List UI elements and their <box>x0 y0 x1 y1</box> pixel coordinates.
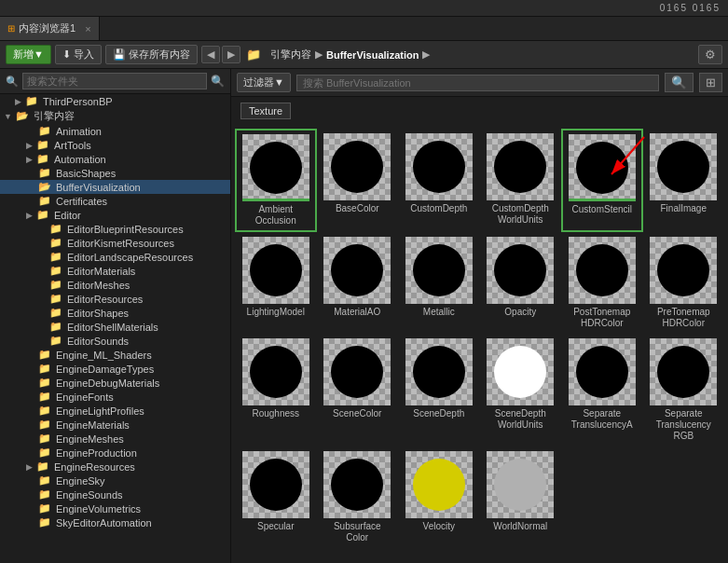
asset-item-SeparateTranslucencyA[interactable]: Separate TranslucencyA <box>561 334 643 446</box>
sidebar-item-EditorShapes[interactable]: 📁EditorShapes <box>0 306 230 320</box>
sidebar-item-EngineFonts[interactable]: 📁EngineFonts <box>0 390 230 404</box>
sidebar-item-EngineDamageTypes[interactable]: 📁EngineDamageTypes <box>0 362 230 376</box>
asset-label-SeparateTranslucencyA: Separate TranslucencyA <box>571 408 633 431</box>
asset-item-LightingModel[interactable]: LightingModel <box>235 232 317 334</box>
import-button[interactable]: ⬇ 导入 <box>55 45 102 64</box>
sidebar-item-EditorKismetResources[interactable]: 📁EditorKismetResources <box>0 236 230 250</box>
asset-item-SeparateTranslucencyRGB[interactable]: Separate Translucency RGB <box>643 334 725 446</box>
asset-item-PreTonemapHDRColor[interactable]: PreTonemap HDRColor <box>643 232 725 334</box>
breadcrumb-current: BufferVisualization <box>326 49 419 61</box>
asset-item-CustomDepthWorldUnits[interactable]: CustomDepth WorldUnits <box>480 129 562 232</box>
asset-item-Velocity[interactable]: Velocity <box>398 446 480 548</box>
asset-thumb-Specular <box>242 451 309 518</box>
sidebar-item-BasicShapes[interactable]: 📁BasicShapes <box>0 166 230 180</box>
tree-label-Certificates: Certificates <box>56 196 107 207</box>
asset-label-Metallic: Metallic <box>423 307 455 318</box>
sidebar-item-EngineVolumetrics[interactable]: 📁EngineVolumetrics <box>0 501 230 515</box>
sidebar-item-EditorBlueprintResources[interactable]: 📁EditorBlueprintResources <box>0 222 230 236</box>
sidebar-item-EngineSky[interactable]: 📁EngineSky <box>0 474 230 487</box>
sidebar-item-ArtTools[interactable]: ▶📁ArtTools <box>0 138 230 152</box>
tree-label-EditorMaterials: EditorMaterials <box>67 266 135 277</box>
tree-label-engine-content-root: 引擎内容 <box>34 109 75 123</box>
settings-button[interactable]: ⚙ <box>698 45 722 64</box>
asset-item-SceneColor[interactable]: SceneColor <box>317 334 399 446</box>
asset-item-AmbientOcclusion[interactable]: Ambient Occlusion <box>235 129 317 232</box>
asset-item-SceneDepthWorldUnits[interactable]: SceneDepth WorldUnits <box>480 334 562 446</box>
asset-thumb-CustomDepthWorldUnits <box>487 133 554 200</box>
sidebar-item-EngineMeshes[interactable]: 📁EngineMeshes <box>0 432 230 446</box>
tab-close-btn[interactable]: × <box>85 23 90 34</box>
sidebar-item-EngineResources[interactable]: ▶📁EngineResources <box>0 460 230 474</box>
sidebar-item-EditorMeshes[interactable]: 📁EditorMeshes <box>0 278 230 292</box>
folder-icon-EngineFonts: 📁 <box>38 391 51 403</box>
sidebar-item-Automation[interactable]: ▶📁Automation <box>0 152 230 166</box>
sidebar-item-engine-content-root[interactable]: ▼📂引擎内容 <box>0 108 230 124</box>
tree-label-ThirdPersonBP: ThirdPersonBP <box>43 96 113 107</box>
content-search-button[interactable]: 🔍 <box>665 73 694 92</box>
sidebar-item-EngineProduction[interactable]: 📁EngineProduction <box>0 446 230 460</box>
sidebar-item-EditorMaterials[interactable]: 📁EditorMaterials <box>0 264 230 278</box>
content-search-input[interactable] <box>296 75 659 91</box>
sidebar-search-submit[interactable]: 🔍 <box>211 75 225 88</box>
save-all-button[interactable]: 💾 保存所有内容 <box>105 45 198 64</box>
sidebar-search-icon: 🔍 <box>6 76 19 88</box>
tree-label-SkyEditorAutomation: SkyEditorAutomation <box>56 517 152 529</box>
asset-item-FinalImage[interactable]: FinalImage <box>643 129 725 232</box>
asset-item-PostTonemapHDRColor[interactable]: PostTonemap HDRColor <box>561 232 643 334</box>
tab-label: 内容浏览器1 <box>19 21 76 35</box>
asset-item-BaseColor[interactable]: BaseColor <box>317 129 399 232</box>
sidebar-item-EditorSounds[interactable]: 📁EditorSounds <box>0 334 230 348</box>
asset-circle-SceneColor <box>331 346 383 398</box>
tree-label-EditorBlueprintResources: EditorBlueprintResources <box>67 224 184 235</box>
sidebar-item-EngineSounds[interactable]: 📁EngineSounds <box>0 487 230 501</box>
sidebar-search-input[interactable] <box>22 73 207 89</box>
new-button[interactable]: 新增▼ <box>6 45 51 64</box>
sidebar-item-Animation[interactable]: 📁Animation <box>0 124 230 138</box>
asset-circle-MaterialAO <box>331 244 383 296</box>
top-bar: 0165 0165 <box>0 0 728 17</box>
asset-label-Velocity: Velocity <box>423 521 455 532</box>
sidebar-item-SkyEditorAutomation[interactable]: 📁SkyEditorAutomation <box>0 515 230 529</box>
folder-icon-EngineMaterials: 📁 <box>38 419 51 431</box>
sidebar-item-Engine_ML_Shaders[interactable]: 📁Engine_ML_Shaders <box>0 348 230 362</box>
sidebar-item-EditorLandscapeResources[interactable]: 📁EditorLandscapeResources <box>0 250 230 264</box>
view-toggle-button[interactable]: ⊞ <box>699 73 722 92</box>
asset-item-SceneDepth[interactable]: SceneDepth <box>398 334 480 446</box>
asset-item-Roughness[interactable]: Roughness <box>235 334 317 446</box>
sidebar-item-EditorShellMaterials[interactable]: 📁EditorShellMaterials <box>0 320 230 334</box>
sidebar-search-box: 🔍 🔍 <box>0 69 230 94</box>
sidebar-item-Certificates[interactable]: 📁Certificates <box>0 194 230 208</box>
sidebar-item-EngineLightProfiles[interactable]: 📁EngineLightProfiles <box>0 404 230 418</box>
tree-arrow-engine-content-root: ▼ <box>4 112 12 121</box>
tree-arrow-Editor: ▶ <box>26 211 33 220</box>
sidebar-item-EditorResources[interactable]: 📁EditorResources <box>0 292 230 306</box>
folder-icon-EditorMeshes: 📁 <box>49 279 62 291</box>
asset-item-Opacity[interactable]: Opacity <box>480 232 562 334</box>
asset-item-CustomStencil[interactable]: CustomStencil <box>561 129 643 232</box>
folder-icon-EditorLandscapeResources: 📁 <box>49 251 62 263</box>
nav-back-button[interactable]: ◀ <box>201 46 220 63</box>
asset-item-CustomDepth[interactable]: CustomDepth <box>398 129 480 232</box>
nav-forward-button[interactable]: ▶ <box>222 46 240 63</box>
content-browser-tab[interactable]: ⊞ 内容浏览器1 × <box>0 17 100 40</box>
sidebar-item-BufferVisualization[interactable]: 📂BufferVisualization <box>0 180 230 194</box>
asset-item-Metallic[interactable]: Metallic <box>398 232 480 334</box>
tab-bar: ⊞ 内容浏览器1 × <box>0 17 728 41</box>
folder-icon-EngineProduction: 📁 <box>38 446 51 459</box>
asset-item-MaterialAO[interactable]: MaterialAO <box>317 232 399 334</box>
folder-icon-EditorSounds: 📁 <box>49 335 62 347</box>
asset-item-WorldNormal[interactable]: WorldNormal <box>480 446 562 548</box>
tree-arrow-EngineResources: ▶ <box>26 462 33 472</box>
filter-button[interactable]: 过滤器▼ <box>237 73 291 92</box>
asset-item-SubsurfaceColor[interactable]: Subsurface Color <box>317 446 399 548</box>
breadcrumb-root: 引擎内容 <box>270 48 311 62</box>
tree-label-EditorSounds: EditorSounds <box>67 336 129 347</box>
sidebar-item-EngineMaterials[interactable]: 📁EngineMaterials <box>0 418 230 432</box>
sidebar-item-EngineDebugMaterials[interactable]: 📁EngineDebugMaterials <box>0 376 230 390</box>
sidebar-item-ThirdPersonBP[interactable]: ▶📁ThirdPersonBP <box>0 94 230 108</box>
tree-label-Engine_ML_Shaders: Engine_ML_Shaders <box>56 350 152 361</box>
asset-circle-CustomDepth <box>413 141 465 193</box>
sidebar-item-Editor[interactable]: ▶📁Editor <box>0 208 230 222</box>
folder-icon-EditorBlueprintResources: 📁 <box>49 223 62 235</box>
asset-item-Specular[interactable]: Specular <box>235 446 317 548</box>
